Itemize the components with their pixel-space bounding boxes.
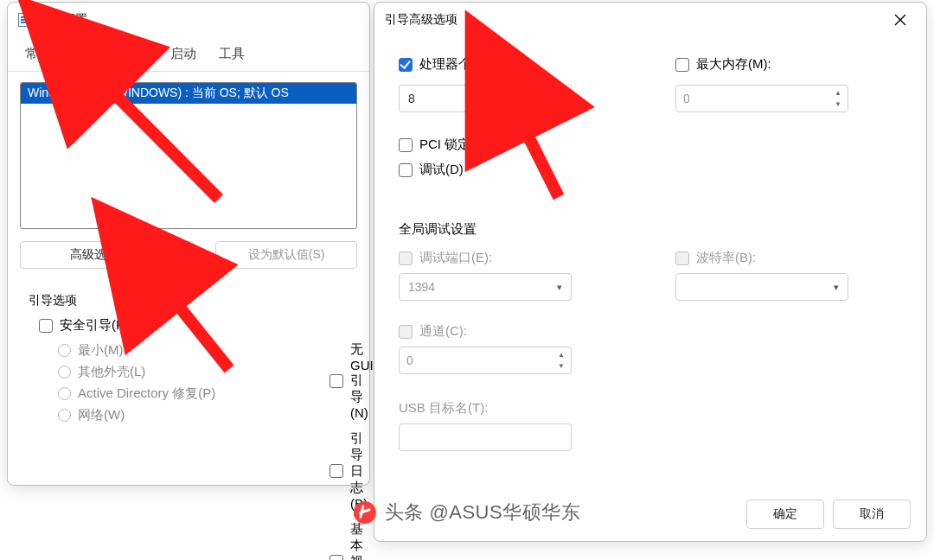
channel-label: 通道(C): bbox=[419, 323, 467, 340]
ok-button[interactable]: 确定 bbox=[746, 500, 824, 529]
debug-port-checkbox: 调试端口(E): bbox=[399, 250, 572, 266]
tab-services[interactable]: 服务 bbox=[120, 39, 150, 71]
radio-ad-repair: Active Directory 修复(P) bbox=[58, 385, 350, 402]
global-debug-title: 全局调试设置 bbox=[399, 221, 911, 238]
set-default-button: 设为默认值(S) bbox=[215, 241, 357, 269]
cancel-button[interactable]: 取消 bbox=[833, 500, 911, 529]
msconfig-window: 系统配置 常规 引导 服务 启动 工具 Windows 11 (C:\WINDO… bbox=[7, 2, 370, 486]
radio-network: 网络(W) bbox=[58, 407, 350, 423]
chevron-down-icon: ▾ bbox=[557, 282, 562, 293]
tabstrip: 常规 引导 服务 启动 工具 bbox=[8, 39, 369, 72]
spin-up-icon: ▲ bbox=[830, 87, 846, 99]
titlebar: 系统配置 bbox=[8, 3, 369, 37]
chevron-down-icon: ▾ bbox=[557, 93, 562, 105]
spin-down-icon: ▼ bbox=[553, 360, 569, 372]
cpu-count-value: 8 bbox=[408, 92, 415, 105]
baud-rate-select: ▾ bbox=[675, 273, 848, 301]
debug-label: 调试(D) bbox=[419, 162, 464, 178]
pci-lock-label: PCI 锁定(P) bbox=[419, 137, 488, 153]
safe-boot-label: 安全引导(F) bbox=[60, 317, 128, 334]
baud-rate-label: 波特率(B): bbox=[696, 250, 756, 266]
os-listbox[interactable]: Windows 11 (C:\WINDOWS) : 当前 OS; 默认 OS bbox=[20, 82, 357, 229]
cpu-count-label: 处理器个数(N): bbox=[419, 56, 506, 73]
checkbox-icon bbox=[675, 251, 689, 265]
checkbox-icon bbox=[399, 163, 413, 177]
checkbox-icon bbox=[39, 319, 53, 333]
watermark: 头条 @ASUS华硕华东 bbox=[354, 500, 580, 525]
watermark-text: 头条 @ASUS华硕华东 bbox=[385, 500, 580, 525]
usb-target-input bbox=[399, 423, 572, 451]
boot-options-fieldset: 引导选项 安全引导(F) 最小(M) 其他外壳(L) Active Direct… bbox=[20, 284, 357, 436]
os-list-item[interactable]: Windows 11 (C:\WINDOWS) : 当前 OS; 默认 OS bbox=[21, 83, 356, 104]
pci-lock-checkbox[interactable]: PCI 锁定(P) bbox=[399, 137, 572, 153]
cpu-count-select[interactable]: 8 ▾ bbox=[399, 85, 572, 112]
chevron-down-icon: ▾ bbox=[834, 282, 839, 293]
tab-tools[interactable]: 工具 bbox=[217, 39, 246, 71]
tab-boot[interactable]: 引导 bbox=[72, 39, 101, 71]
fieldset-legend: 引导选项 bbox=[27, 293, 350, 314]
tab-general[interactable]: 常规 bbox=[23, 39, 53, 71]
debug-port-value: 1394 bbox=[408, 280, 435, 294]
checkbox-icon bbox=[399, 138, 413, 152]
max-memory-checkbox[interactable]: 最大内存(M): bbox=[675, 56, 848, 73]
channel-input: 0 ▲ ▼ bbox=[399, 347, 572, 374]
spinner: ▲ ▼ bbox=[830, 87, 846, 110]
usb-target-label: USB 目标名(T): bbox=[399, 400, 572, 417]
spinner: ▲ ▼ bbox=[553, 349, 569, 372]
radio-icon bbox=[58, 344, 71, 357]
radio-icon bbox=[58, 409, 71, 422]
safe-boot-checkbox[interactable]: 安全引导(F) bbox=[39, 317, 350, 334]
window-title: 系统配置 bbox=[39, 12, 87, 28]
max-memory-label: 最大内存(M): bbox=[696, 56, 771, 73]
spin-up-icon: ▲ bbox=[553, 349, 569, 360]
debug-checkbox[interactable]: 调试(D) bbox=[399, 162, 572, 178]
checkbox-icon bbox=[329, 374, 343, 388]
msconfig-icon bbox=[18, 13, 32, 27]
nogui-checkbox[interactable]: 无 GUI 引导(N) bbox=[329, 341, 374, 420]
checkbox-icon bbox=[675, 58, 689, 72]
channel-checkbox: 通道(C): bbox=[399, 323, 572, 340]
radio-icon bbox=[58, 387, 71, 400]
boot-advanced-dialog: 引导高级选项 处理器个数(N): 8 ▾ PCI 锁定(P) bbox=[374, 2, 927, 542]
cpu-count-checkbox[interactable]: 处理器个数(N): bbox=[399, 56, 572, 73]
debug-port-label: 调试端口(E): bbox=[419, 250, 492, 266]
max-memory-value: 0 bbox=[683, 92, 690, 105]
radio-altshell: 其他外壳(L) bbox=[58, 364, 350, 380]
max-memory-input: 0 ▲ ▼ bbox=[675, 85, 848, 112]
radio-icon bbox=[58, 366, 71, 379]
baud-rate-checkbox: 波特率(B): bbox=[675, 250, 848, 266]
radio-minimal: 最小(M) bbox=[58, 342, 350, 359]
boot-right-column: 无 GUI 引导(N) 引导日志(B) 基本视频(E) OS 引导信息(O) bbox=[329, 338, 374, 560]
checkbox-icon bbox=[399, 58, 413, 72]
watermark-icon bbox=[354, 501, 376, 524]
checkbox-icon bbox=[329, 464, 343, 478]
debug-port-select: 1394 ▾ bbox=[399, 273, 572, 301]
checkbox-icon bbox=[399, 251, 413, 265]
basevideo-checkbox[interactable]: 基本视频(E) bbox=[329, 521, 374, 560]
channel-value: 0 bbox=[406, 353, 413, 367]
spin-down-icon: ▼ bbox=[830, 99, 846, 110]
tab-startup[interactable]: 启动 bbox=[169, 39, 198, 71]
checkbox-icon bbox=[399, 325, 413, 339]
checkbox-icon bbox=[329, 555, 343, 561]
dialog-title: 引导高级选项 bbox=[385, 12, 457, 28]
close-icon bbox=[894, 14, 906, 26]
titlebar: 引导高级选项 bbox=[374, 3, 926, 37]
boot-tab-content: Windows 11 (C:\WINDOWS) : 当前 OS; 默认 OS 高… bbox=[8, 72, 369, 446]
advanced-options-button[interactable]: 高级选项(V)... bbox=[20, 241, 195, 269]
close-button[interactable] bbox=[885, 4, 916, 35]
